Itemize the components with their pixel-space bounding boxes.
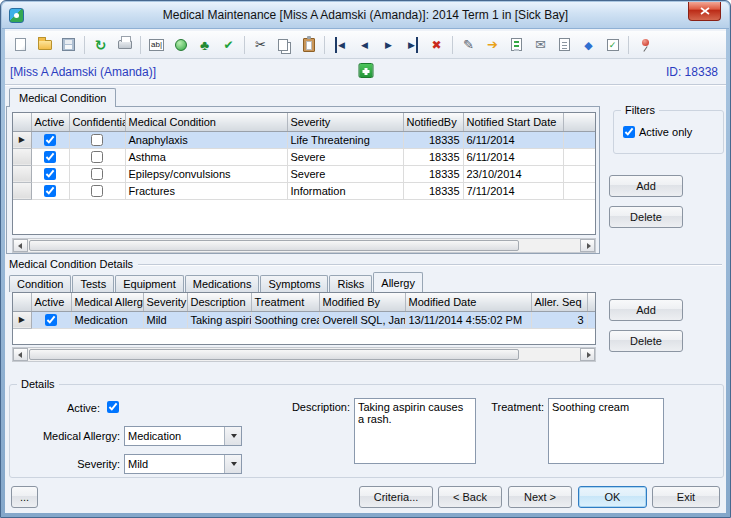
description-textarea[interactable]: Taking aspirin causes a rash. [354,398,476,464]
last-record-button[interactable]: ▶ [401,33,424,56]
active-checkbox[interactable] [45,314,57,326]
ok-button[interactable]: OK [578,486,647,508]
scroll-thumb[interactable] [29,240,519,251]
launch-button[interactable]: ➔ [481,33,504,56]
close-button[interactable] [688,2,721,21]
tab-tests[interactable]: Tests [72,275,114,292]
first-record-button[interactable]: ◀ [329,33,352,56]
col-notified-by[interactable]: NotifiedBy [403,113,463,131]
allergy-row[interactable]: ▶ Medication Mild Taking aspirin causes … [13,311,596,328]
col-medical-allergy[interactable]: Medical Allergy [71,293,143,311]
confidential-checkbox[interactable] [91,168,103,180]
col-modified-by[interactable]: Modified By [319,293,405,311]
active-checkbox[interactable] [44,185,56,197]
back-button[interactable]: < Back [438,486,502,508]
add-condition-button[interactable]: Add [609,175,683,197]
active-only-checkbox[interactable] [623,126,635,138]
condition-row[interactable]: Asthma Severe 18335 6/11/2014 [13,148,596,165]
criteria-button[interactable]: Criteria... [359,486,433,508]
exit-button[interactable]: Exit [652,486,720,508]
col-medical-condition[interactable]: Medical Condition [125,113,287,131]
scroll-right-arrow[interactable] [580,239,595,252]
open-folder-button[interactable] [33,33,56,56]
add-allergy-button[interactable]: Add [609,299,683,321]
tab-equipment[interactable]: Equipment [115,275,184,292]
delete-record-button[interactable]: ✖ [425,33,448,56]
pin-button[interactable] [633,33,656,56]
import-button[interactable] [505,33,528,56]
task-list-button[interactable]: ✓ [601,33,624,56]
severity-select[interactable]: Mild [124,454,242,474]
allergy-horizontal-scrollbar[interactable] [12,347,596,362]
col-severity[interactable]: Severity [287,113,403,131]
col-active[interactable]: Active [31,113,69,131]
find-replace-icon: ab| [149,39,164,51]
row-selector[interactable]: ▶ [13,311,31,328]
col-description[interactable]: Description [187,293,251,311]
condition-row[interactable]: ▶ Anaphylaxis Life Threatening 18335 6/1… [13,131,596,148]
spell-check-button[interactable]: ✔ [217,33,240,56]
cell-notified-by: 18335 [403,148,463,165]
row-selector[interactable]: ▶ [13,131,31,148]
save-button[interactable] [57,33,80,56]
new-document-button[interactable] [9,33,32,56]
edit-document-button[interactable]: ✎ [457,33,480,56]
tab-medical-condition[interactable]: Medical Condition [9,88,116,107]
treatment-textarea[interactable]: Soothing cream [548,398,664,464]
toolbar-separator [244,36,245,54]
confidential-checkbox[interactable] [91,134,103,146]
cut-button[interactable]: ✂ [249,33,272,56]
active-checkbox[interactable] [44,168,56,180]
more-options-button[interactable]: ... [11,486,38,508]
print-button[interactable] [113,33,136,56]
scroll-thumb[interactable] [29,349,519,360]
confidential-checkbox[interactable] [91,185,103,197]
cell-condition: Anaphylaxis [125,131,287,148]
tab-allergy[interactable]: Allergy [373,272,423,292]
audit-button[interactable] [553,33,576,56]
col-notified-start-date[interactable]: Notified Start Date [463,113,563,131]
col-modified-date[interactable]: Modified Date [405,293,531,311]
next-button[interactable]: Next > [508,486,572,508]
field-lookup-button[interactable]: ◆ [577,33,600,56]
col-aller-seq[interactable]: Aller. Seq [531,293,587,311]
find-replace-button[interactable]: ab| [145,33,168,56]
paste-button[interactable] [297,33,320,56]
refresh-button[interactable]: ↻ [89,33,112,56]
scroll-right-arrow[interactable] [580,348,595,361]
email-button[interactable]: ✉ [529,33,552,56]
medical-allergy-select[interactable]: Medication [124,426,242,446]
col-active[interactable]: Active [31,293,71,311]
col-severity[interactable]: Severity [143,293,187,311]
previous-record-button[interactable]: ◀ [353,33,376,56]
condition-row[interactable]: Epilepsy/convulsions Severe 18335 23/10/… [13,165,596,182]
delete-condition-button[interactable]: Delete [609,206,683,228]
scroll-left-arrow[interactable] [13,348,28,361]
tab-condition[interactable]: Condition [9,275,71,292]
row-selector[interactable] [13,182,31,199]
col-confidential[interactable]: Confidential [69,113,125,131]
scroll-left-arrow[interactable] [13,239,28,252]
row-selector[interactable] [13,148,31,165]
row-selector[interactable] [13,165,31,182]
details-active-checkbox[interactable] [107,401,119,413]
last-record-icon: ▶ [407,37,418,53]
col-treatment[interactable]: Treatment [251,293,319,311]
tree-view-button[interactable]: ♣ [193,33,216,56]
tab-medications[interactable]: Medications [185,275,260,292]
active-checkbox[interactable] [44,151,56,163]
details-groupbox: Details Active: Medical Allergy: Medicat… [9,384,724,478]
cut-icon: ✂ [253,37,269,53]
active-checkbox[interactable] [44,134,56,146]
condition-row[interactable]: Fractures Information 18335 7/11/2014 [13,182,596,199]
app-icon [9,8,24,23]
copy-button[interactable] [273,33,296,56]
add-record-icon[interactable] [358,63,373,78]
next-record-button[interactable]: ▶ [377,33,400,56]
tab-risks[interactable]: Risks [329,275,372,292]
conditions-horizontal-scrollbar[interactable] [12,238,596,253]
delete-allergy-button[interactable]: Delete [609,330,683,352]
tab-symptoms[interactable]: Symptoms [260,275,328,292]
hint-button[interactable] [169,33,192,56]
confidential-checkbox[interactable] [91,151,103,163]
